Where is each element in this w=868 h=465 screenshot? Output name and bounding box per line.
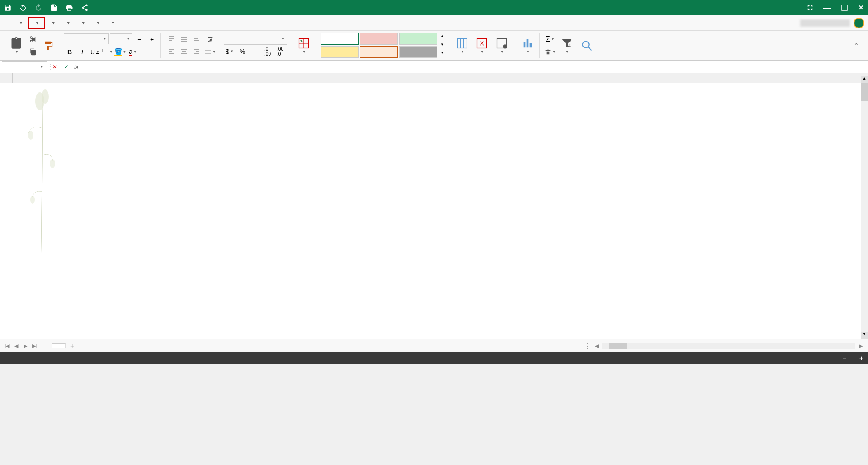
menu-file[interactable] — [4, 20, 13, 26]
menu-view[interactable]: ▼ — [105, 18, 120, 28]
insert-cells-button[interactable]: ▼ — [453, 36, 471, 55]
sort-filter-button[interactable]: AZ▼ — [558, 36, 576, 55]
paste-button[interactable]: ▼ — [7, 36, 25, 55]
font-name-select[interactable]: ▼ — [64, 33, 109, 44]
maximize-icon[interactable] — [840, 4, 849, 12]
sheet-tab-budget-report[interactable] — [39, 344, 52, 348]
italic-button[interactable]: I — [76, 46, 88, 58]
menu-page-layout[interactable]: ▼ — [45, 18, 60, 28]
align-top-button[interactable] — [165, 33, 177, 45]
align-center-button[interactable] — [178, 46, 190, 58]
number-format-select[interactable]: ▼ — [224, 34, 287, 45]
decrease-font-button[interactable]: − — [133, 33, 145, 45]
avatar[interactable] — [854, 18, 864, 28]
border-button[interactable]: ▼ — [102, 46, 113, 58]
svg-text:Z: Z — [568, 43, 571, 47]
menu-insert[interactable]: ▼ — [28, 17, 45, 29]
format-cells-button[interactable]: ▼ — [493, 36, 511, 55]
svg-point-14 — [30, 196, 35, 204]
svg-rect-0 — [102, 49, 108, 55]
ribbon-collapse-button[interactable]: ⌃ — [849, 40, 863, 51]
tab-nav-first[interactable]: |◀ — [3, 343, 12, 349]
new-doc-icon[interactable] — [50, 4, 58, 12]
ribbon: ▼ ▼ ▼ − + B I U▼ ▼ 🪣▼ a▼ — [0, 31, 868, 61]
bold-button[interactable]: B — [64, 46, 75, 58]
zoom-in-button[interactable]: + — [859, 354, 863, 362]
cancel-formula-button[interactable]: ✕ — [49, 64, 61, 70]
fill-color-button[interactable]: 🪣▼ — [114, 46, 126, 58]
scroll-down-button[interactable]: ▼ — [861, 332, 868, 339]
increase-font-button[interactable]: + — [146, 33, 158, 45]
print-icon[interactable] — [65, 4, 73, 12]
style-bad[interactable] — [360, 33, 398, 45]
find-replace-button[interactable] — [578, 38, 596, 53]
add-sheet-button[interactable]: + — [66, 340, 79, 352]
font-color-button[interactable]: a▼ — [127, 46, 139, 58]
tab-nav-last[interactable]: ▶| — [30, 343, 39, 349]
hscroll-right[interactable]: ▶ — [856, 343, 865, 349]
merge-cells-button[interactable]: ▼ — [204, 46, 216, 58]
wrap-text-button[interactable] — [204, 33, 216, 45]
vertical-scroll-thumb[interactable] — [861, 83, 868, 101]
style-scroll-down[interactable]: ▼ — [439, 42, 445, 49]
copy-button[interactable] — [27, 46, 39, 58]
horizontal-scroll-thumb[interactable] — [609, 343, 627, 349]
style-check-cell[interactable] — [399, 46, 437, 58]
decrease-decimal-button[interactable]: .00.0 — [274, 46, 286, 57]
font-size-select[interactable]: ▼ — [110, 33, 132, 44]
delete-cells-button[interactable]: ▼ — [473, 36, 491, 55]
sheet-tab-monthly-expenses[interactable] — [52, 343, 66, 348]
style-scroll-up[interactable]: ▲ — [439, 34, 445, 40]
chart-button[interactable]: ▼ — [519, 36, 537, 55]
align-middle-button[interactable] — [178, 33, 190, 45]
statusbar: − + — [0, 352, 868, 364]
save-icon[interactable] — [4, 4, 12, 12]
menu-data[interactable]: ▼ — [75, 18, 90, 28]
style-neutral[interactable] — [321, 46, 359, 58]
share-icon[interactable] — [80, 4, 89, 12]
hscroll-left[interactable]: ◀ — [592, 343, 601, 349]
style-calculation[interactable] — [360, 46, 398, 58]
underline-button[interactable]: U▼ — [89, 46, 101, 58]
menu-edit[interactable]: ▼ — [13, 18, 28, 28]
format-painter-button[interactable] — [41, 40, 56, 52]
clear-button[interactable]: ▼ — [544, 46, 556, 58]
comma-button[interactable]: , — [249, 46, 261, 57]
accept-formula-button[interactable]: ✓ — [61, 64, 72, 70]
menu-review[interactable]: ▼ — [90, 18, 105, 28]
tab-nav-prev[interactable]: ◀ — [12, 343, 21, 349]
svg-point-12 — [28, 131, 33, 140]
tab-nav-next[interactable]: ▶ — [21, 343, 30, 349]
currency-button[interactable]: $▼ — [224, 46, 236, 57]
undo-icon[interactable] — [19, 4, 27, 12]
scroll-up-button[interactable]: ▲ — [861, 76, 868, 83]
svg-point-6 — [503, 44, 507, 48]
style-normal[interactable] — [321, 33, 359, 45]
align-right-button[interactable] — [191, 46, 203, 58]
minimize-button[interactable]: — — [823, 3, 831, 13]
vertical-scrollbar[interactable]: ▲ ▼ — [861, 83, 868, 339]
conditional-formatting-button[interactable]: ▼ — [295, 36, 313, 55]
menu-formulas[interactable]: ▼ — [60, 18, 75, 28]
zoom-out-button[interactable]: − — [842, 354, 846, 362]
user-name-blurred — [800, 19, 850, 27]
svg-point-11 — [42, 89, 49, 104]
fullscreen-icon[interactable] — [806, 4, 814, 12]
formula-input[interactable] — [80, 63, 868, 70]
fx-label: fx — [72, 63, 80, 70]
percent-button[interactable]: % — [236, 46, 248, 57]
select-all-corner[interactable] — [0, 73, 13, 83]
align-bottom-button[interactable] — [191, 33, 203, 45]
autosum-button[interactable]: Σ▼ — [544, 33, 556, 45]
horizontal-scrollbar[interactable] — [602, 343, 855, 349]
cut-button[interactable] — [27, 33, 39, 45]
style-scroll-more[interactable]: ▾ — [439, 51, 445, 57]
style-good[interactable] — [399, 33, 437, 45]
align-left-button[interactable] — [165, 46, 177, 58]
name-box[interactable]: ▼ — [2, 61, 47, 72]
spreadsheet-grid[interactable]: ▲ ▼ — [0, 73, 868, 339]
close-button[interactable]: ✕ — [858, 3, 864, 13]
formula-bar: ▼ ⋮ ✕ ✓ fx — [0, 61, 868, 73]
increase-decimal-button[interactable]: .0.00 — [262, 46, 274, 57]
redo-icon[interactable] — [34, 4, 42, 12]
